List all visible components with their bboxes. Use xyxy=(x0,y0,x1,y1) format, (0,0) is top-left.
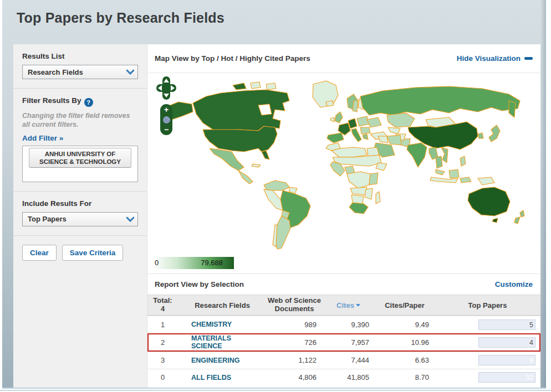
top-papers-bar: 5 xyxy=(478,319,535,330)
map-title: Map View by Top / Hot / Highly Cited Pap… xyxy=(155,54,310,63)
filter-chip-institution[interactable]: ANHUI UNIVERSITY OF SCIENCE & TECHNOLOGY xyxy=(29,148,131,168)
page-title: Top Papers by Research Fields xyxy=(2,0,546,26)
top-papers-bar: 32 xyxy=(478,372,535,383)
map-controls: + − xyxy=(156,76,177,135)
docs-value: 4,806 xyxy=(267,373,322,381)
cites-per-paper-value: 6.63 xyxy=(375,356,435,364)
filter-heading: Filter Results By? xyxy=(22,96,138,107)
column-header-top-papers: Top Papers xyxy=(435,301,540,310)
map-pan-control[interactable] xyxy=(156,76,176,100)
cites-per-paper-value: 10.96 xyxy=(375,338,435,347)
content-panels: Results List Research Fields Filter Resu… xyxy=(13,44,540,388)
legend-max-value: 79,688 xyxy=(201,259,223,267)
help-icon[interactable]: ? xyxy=(84,98,93,107)
cites-value: 7,957 xyxy=(322,338,375,347)
results-list-select[interactable]: Research Fields xyxy=(22,65,138,79)
pan-up-icon[interactable] xyxy=(164,79,169,82)
pan-right-icon[interactable] xyxy=(171,85,175,91)
docs-value: 989 xyxy=(267,321,322,329)
map-header: Map View by Top / Hot / Highly Cited Pap… xyxy=(147,44,540,73)
docs-value: 726 xyxy=(267,338,322,347)
report-title: Report View by Selection xyxy=(155,280,244,288)
sidebar-actions: Clear Save Criteria xyxy=(13,236,147,270)
clear-button[interactable]: Clear xyxy=(22,245,57,261)
top-papers-count: 9 xyxy=(529,357,533,364)
sort-desc-icon xyxy=(356,304,360,307)
map-legend-gradient: 0 79,688 xyxy=(153,257,234,269)
top-papers-count: 5 xyxy=(529,321,533,329)
world-map[interactable]: + − 0 79,688 xyxy=(147,73,540,274)
save-criteria-button[interactable]: Save Criteria xyxy=(62,245,124,261)
row-rank: 2 xyxy=(147,338,178,347)
table-row: 0 ALL FIELDS 4,806 41,805 8.70 32 xyxy=(147,369,540,386)
results-list-label: Results List xyxy=(22,52,138,60)
field-link-materials-science[interactable]: MATERIALS SCIENCE xyxy=(191,334,247,350)
column-header-cites-paper: Cites/Paper xyxy=(375,301,435,310)
zoom-in-button[interactable]: + xyxy=(164,106,169,114)
include-results-value: Top Papers xyxy=(28,215,67,223)
table-row-highlighted: 2 MATERIALS SCIENCE 726 7,957 10.96 4 xyxy=(147,333,540,352)
active-filter-list: ANHUI UNIVERSITY OF SCIENCE & TECHNOLOGY xyxy=(22,146,138,182)
filter-section: Filter Results By? Changing the filter f… xyxy=(13,89,147,192)
chevron-down-icon xyxy=(126,216,134,222)
top-papers-bar: 4 xyxy=(478,337,535,348)
include-results-select[interactable]: Top Papers xyxy=(22,212,138,226)
cites-value: 41,805 xyxy=(322,373,375,381)
top-papers-count: 32 xyxy=(526,374,533,381)
top-papers-bar: 9 xyxy=(478,355,535,365)
include-results-label: Include Results For xyxy=(22,199,138,208)
sidebar: Results List Research Fields Filter Resu… xyxy=(13,44,147,388)
cites-value: 9,390 xyxy=(322,321,375,329)
cites-per-paper-value: 8.70 xyxy=(375,373,435,381)
legend-min-value: 0 xyxy=(155,259,159,267)
pan-left-icon[interactable] xyxy=(158,85,162,91)
include-results-section: Include Results For Top Papers xyxy=(13,192,147,236)
map-zoom-control: + − xyxy=(160,104,172,135)
main-panel: Map View by Top / Hot / Highly Cited Pap… xyxy=(147,44,540,388)
row-rank: 3 xyxy=(147,356,178,364)
row-rank: 0 xyxy=(147,373,178,381)
choropleth-map-svg xyxy=(150,76,538,249)
column-header-research-fields: Research Fields xyxy=(178,301,267,310)
panel-right-shadow xyxy=(541,0,546,388)
results-list-value: Research Fields xyxy=(28,68,83,76)
table-row: 3 ENGINEERING 1,122 7,444 6.63 9 xyxy=(147,352,540,369)
page-bottom-border xyxy=(0,390,551,392)
field-link-chemistry[interactable]: CHEMISTRY xyxy=(191,321,232,328)
report-table: Total: 4 Research Fields Web of Science … xyxy=(147,295,540,386)
page-background: Top Papers by Research Fields Results Li… xyxy=(2,0,546,389)
zoom-out-button[interactable]: − xyxy=(164,126,169,133)
cites-per-paper-value: 9.49 xyxy=(375,321,435,329)
top-papers-count: 4 xyxy=(529,339,533,347)
add-filter-link[interactable]: Add Filter » xyxy=(22,134,63,142)
chevron-down-icon xyxy=(126,69,134,75)
report-header: Report View by Selection Customize xyxy=(147,274,540,295)
column-header-documents: Web of Science Documents xyxy=(267,297,322,313)
pan-down-icon[interactable] xyxy=(164,94,169,97)
filter-note: Changing the filter field removes all cu… xyxy=(22,111,138,130)
customize-link[interactable]: Customize xyxy=(495,280,533,288)
field-link-engineering[interactable]: ENGINEERING xyxy=(191,357,240,364)
row-rank: 1 xyxy=(147,321,178,329)
results-list-section: Results List Research Fields xyxy=(13,44,147,89)
total-count-header: Total: 4 xyxy=(147,297,178,313)
table-row: 1 CHEMISTRY 989 9,390 9.49 5 xyxy=(147,316,540,333)
docs-value: 1,122 xyxy=(267,356,322,364)
table-header-row: Total: 4 Research Fields Web of Science … xyxy=(147,295,540,316)
field-link-all-fields[interactable]: ALL FIELDS xyxy=(191,374,231,381)
cites-value: 7,444 xyxy=(322,356,375,364)
globe-icon[interactable] xyxy=(163,116,170,123)
column-header-cites-sort[interactable]: Cites xyxy=(322,301,375,310)
collapse-minus-icon xyxy=(524,57,533,60)
hide-visualization-link[interactable]: Hide Visualization xyxy=(457,54,533,63)
esi-top-papers-page: Top Papers by Research Fields Results Li… xyxy=(0,0,551,392)
